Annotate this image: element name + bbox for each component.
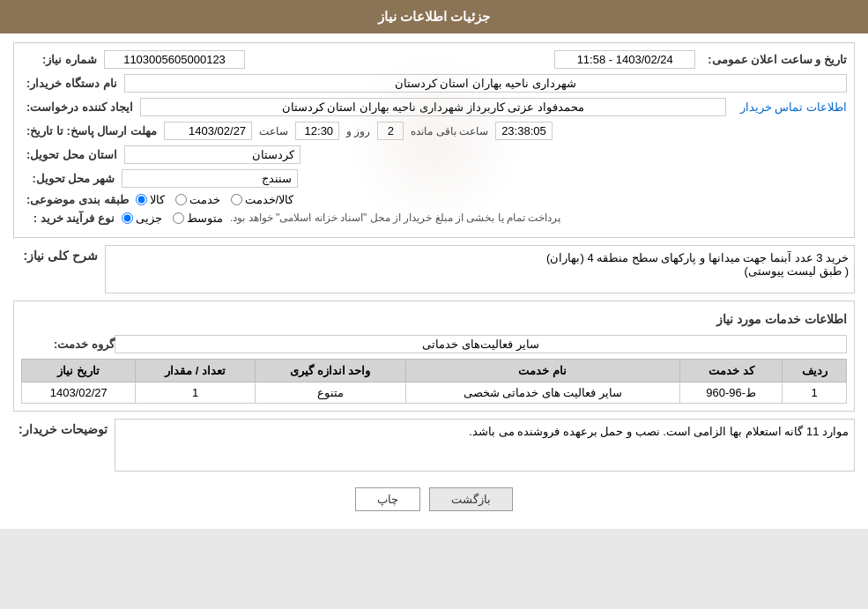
contact-info-link[interactable]: اطلاعات تماس خریدار <box>740 100 847 114</box>
process-medium[interactable]: متوسط <box>173 212 223 225</box>
process-minor[interactable]: جزیی <box>122 212 162 225</box>
process-note: پرداخت تمام یا بخشی از مبلغ خریدار از مح… <box>230 212 847 224</box>
category-khedmat-label: خدمت <box>189 193 220 206</box>
delivery-province-value: کردستان <box>124 145 300 164</box>
announce-date-value: 1403/02/24 - 11:58 <box>554 50 695 69</box>
table-header: ردیف <box>783 360 847 382</box>
buyer-notes-label: توضیحات خریدار: <box>19 419 108 436</box>
category-kala-khedmat-radio[interactable] <box>231 194 242 205</box>
row-category: کالا/خدمت خدمت کالا طبقه بندی موضوعی: <box>21 193 847 206</box>
response-deadline-label: مهلت ارسال پاسخ: تا تاریخ: <box>26 124 157 137</box>
service-group-label: گروه خدمت: <box>26 338 115 351</box>
row-delivery-province: کردستان استان محل تحویل: <box>21 145 847 164</box>
buttons-row: بازگشت چاپ <box>13 479 855 520</box>
response-remaining-value: 23:38:05 <box>495 122 553 140</box>
process-minor-label: جزیی <box>136 212 162 225</box>
need-summary-label: شرح کلی نیاز: <box>19 245 98 263</box>
announce-date-label: تاریخ و ساعت اعلان عمومی: <box>708 53 847 66</box>
response-time-value: 12:30 <box>295 122 339 140</box>
table-cell: 1 <box>783 382 847 404</box>
page-wrapper: جزئیات اطلاعات نیاز تاریخ و ساعت اعلان ع… <box>0 0 868 529</box>
page-title: جزئیات اطلاعات نیاز <box>378 9 490 24</box>
category-kala-radio[interactable] <box>136 194 147 205</box>
category-kala-khedmat[interactable]: کالا/خدمت <box>231 193 294 206</box>
process-radios: متوسط جزیی <box>122 212 223 225</box>
table-row: 1ط-96-960سایر فعالیت های خدماتی شخصیمتنو… <box>22 382 847 404</box>
category-kala-khedmat-label: کالا/خدمت <box>245 193 294 206</box>
response-date-value: 1403/02/27 <box>164 122 252 140</box>
category-khedmat-radio[interactable] <box>175 194 187 205</box>
table-cell: متنوع <box>255 382 405 404</box>
table-header: نام خدمت <box>405 360 679 382</box>
process-minor-radio[interactable] <box>122 212 133 224</box>
service-group-row: سایر فعالیت‌های خدماتی گروه خدمت: <box>21 335 847 353</box>
row-creator: اطلاعات تماس خریدار محمدفواد عزتی کاربرد… <box>21 98 847 116</box>
need-summary-box: خرید 3 عدد آبنما جهت میدانها و پارکهای س… <box>105 245 855 293</box>
services-table: ردیفکد خدمتنام خدمتواحد اندازه گیریتعداد… <box>21 359 847 404</box>
response-days-value: 2 <box>377 122 404 140</box>
row-delivery-city: سنندج شهر محل تحویل: <box>21 169 847 188</box>
process-medium-radio[interactable] <box>173 212 184 224</box>
response-remaining-label: ساعت باقی مانده <box>411 125 488 137</box>
table-header: کد خدمت <box>679 360 782 382</box>
service-info-section: اطلاعات خدمات مورد نیاز سایر فعالیت‌های … <box>13 301 855 412</box>
buyer-notes-value: موارد 11 گانه استعلام بها الزامی است. نص… <box>115 419 855 472</box>
table-header: تعداد / مقدار <box>136 360 255 382</box>
category-kala[interactable]: کالا <box>136 193 165 206</box>
row-response-deadline: 23:38:05 ساعت باقی مانده 2 روز و 12:30 س… <box>21 122 847 140</box>
request-number-label: شماره نیاز: <box>26 53 97 66</box>
table-header: واحد اندازه گیری <box>255 360 405 382</box>
creator-label: ایجاد کننده درخواست: <box>26 100 133 114</box>
buyer-org-label: نام دستگاه خریدار: <box>26 77 117 90</box>
category-khedmat[interactable]: خدمت <box>175 193 220 206</box>
service-group-value: سایر فعالیت‌های خدماتی <box>115 335 847 353</box>
info-section: تاریخ و ساعت اعلان عمومی: 1403/02/24 - 1… <box>13 42 855 238</box>
table-cell: 1403/02/27 <box>22 382 136 404</box>
category-radios: کالا/خدمت خدمت کالا <box>136 193 294 206</box>
service-info-title: اطلاعات خدمات مورد نیاز <box>21 308 847 330</box>
print-button[interactable]: چاپ <box>355 487 420 511</box>
page-header: جزئیات اطلاعات نیاز <box>0 0 868 33</box>
delivery-city-label: شهر محل تحویل: <box>26 172 115 185</box>
row-process-type: پرداخت تمام یا بخشی از مبلغ خریدار از مح… <box>21 212 847 225</box>
request-number-value: 1103005605000123 <box>104 50 245 69</box>
row-buyer-org: شهرداری ناحیه بهاران استان کردستان نام د… <box>21 74 847 93</box>
response-time-label: ساعت <box>259 125 288 137</box>
delivery-city-value: سنندج <box>122 169 298 188</box>
row-request-number: تاریخ و ساعت اعلان عمومی: 1403/02/24 - 1… <box>21 50 847 69</box>
category-label: طبقه بندی موضوعی: <box>26 193 129 206</box>
main-content: تاریخ و ساعت اعلان عمومی: 1403/02/24 - 1… <box>0 33 868 529</box>
process-medium-label: متوسط <box>187 212 223 225</box>
delivery-province-label: استان محل تحویل: <box>26 148 117 161</box>
need-summary-section: خرید 3 عدد آبنما جهت میدانها و پارکهای س… <box>13 245 855 293</box>
table-cell: سایر فعالیت های خدماتی شخصی <box>405 382 679 404</box>
category-kala-label: کالا <box>150 193 165 206</box>
back-button[interactable]: بازگشت <box>429 487 513 511</box>
table-cell: ط-96-960 <box>679 382 782 404</box>
response-day-label: روز و <box>346 125 370 137</box>
creator-value: محمدفواد عزتی کاربرداز شهرداری ناحیه بها… <box>140 98 726 116</box>
buyer-org-value: شهرداری ناحیه بهاران استان کردستان <box>124 74 847 93</box>
table-header: تاریخ نیاز <box>22 360 136 382</box>
table-cell: 1 <box>136 382 255 404</box>
buyer-notes-section: موارد 11 گانه استعلام بها الزامی است. نص… <box>13 419 855 472</box>
process-type-label: نوع فرآیند خرید : <box>26 212 115 225</box>
